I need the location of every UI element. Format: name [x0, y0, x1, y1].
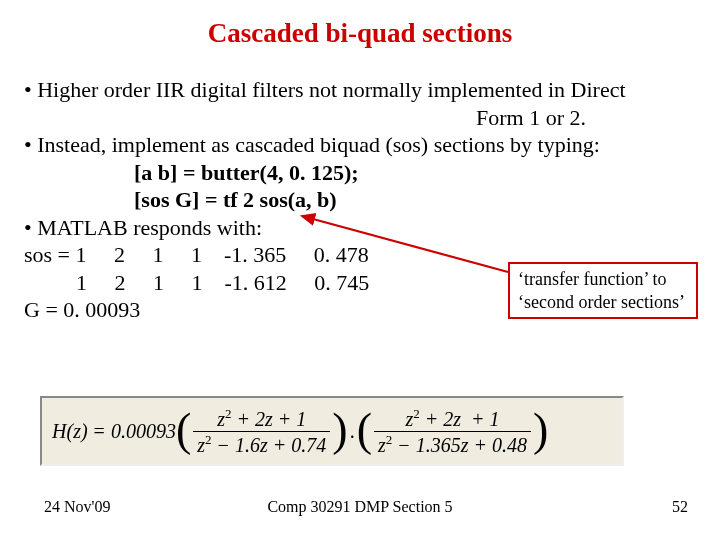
frac1-den: z2 − 1.6z + 0.74: [193, 433, 330, 456]
callout-line-1: ‘transfer function’ to: [518, 268, 688, 291]
page-title: Cascaded bi-quad sections: [0, 18, 720, 49]
rparen-2: ): [533, 412, 548, 449]
code-line-1: [a b] = butter(4, 0. 125);: [24, 159, 696, 187]
fraction-2: z2 + 2z + 1 z2 − 1.365z + 0.48: [374, 407, 531, 455]
bullet-1-cont: Form 1 or 2.: [24, 104, 696, 132]
eq-dot: .: [350, 420, 355, 443]
rparen-1: ): [332, 412, 347, 449]
frac2-den: z2 − 1.365z + 0.48: [374, 433, 531, 456]
bullet-1: • Higher order IIR digital filters not n…: [24, 76, 696, 104]
fraction-1: z2 + 2z + 1 z2 − 1.6z + 0.74: [193, 407, 330, 455]
code-line-2: [sos G] = tf 2 sos(a, b): [24, 186, 696, 214]
eq-lhs: H(z): [52, 420, 88, 443]
lparen-2: (: [357, 412, 372, 449]
slide: Cascaded bi-quad sections • Higher order…: [0, 0, 720, 540]
page-number: 52: [672, 498, 688, 516]
eq-coeff: 0.00093: [111, 420, 176, 443]
frac2-num: z2 + 2z + 1: [401, 407, 503, 430]
callout-line-2: ‘second order sections’: [518, 291, 688, 314]
bullet-2: • Instead, implement as cascaded biquad …: [24, 131, 696, 159]
eq-equals: =: [94, 420, 105, 443]
frac1-num: z2 + 2z + 1: [213, 407, 310, 430]
callout-box: ‘transfer function’ to ‘second order sec…: [508, 262, 698, 319]
footer-center: Comp 30291 DMP Section 5: [0, 498, 720, 516]
bullet-3: • MATLAB responds with:: [24, 214, 696, 242]
lparen-1: (: [176, 412, 191, 449]
equation: H(z) = 0.00093 ( z2 + 2z + 1 z2 − 1.6z +…: [40, 396, 624, 466]
